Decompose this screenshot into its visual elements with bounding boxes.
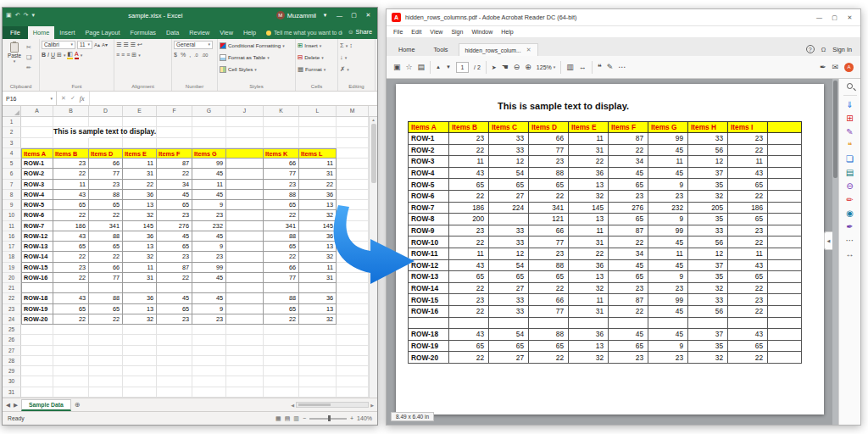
cell[interactable] (264, 366, 299, 376)
column-header-B[interactable]: B (53, 106, 89, 116)
fit-width-icon[interactable]: ↔ (579, 64, 587, 71)
close-button[interactable]: ✕ (363, 12, 374, 19)
cell[interactable]: Items A (21, 148, 53, 159)
cell[interactable]: Items F (157, 148, 192, 159)
copy-icon[interactable]: ❏ (26, 53, 31, 62)
cell[interactable]: 23 (89, 180, 123, 190)
cell[interactable]: Items D (89, 148, 123, 159)
cell[interactable]: 45 (192, 169, 226, 179)
cell[interactable]: 45 (157, 231, 192, 242)
redo-icon[interactable]: ↷ (24, 12, 29, 19)
cell[interactable]: 99 (192, 263, 226, 273)
cell[interactable]: 43 (53, 190, 89, 200)
insert-cells-button[interactable]: ⊞ Insert▾ (298, 40, 336, 51)
cell[interactable]: 88 (89, 231, 123, 242)
cell[interactable] (226, 293, 264, 303)
cell[interactable]: 99 (192, 159, 226, 169)
cell[interactable] (226, 335, 264, 345)
font-name-select[interactable]: Calibri▾ (42, 41, 75, 49)
cell[interactable]: 32 (123, 210, 157, 220)
bold-button[interactable]: B (42, 51, 46, 59)
ribbon-tab-view[interactable]: View (214, 26, 238, 39)
cell[interactable] (264, 335, 299, 345)
collapse-panel-button[interactable]: ◀ (824, 231, 832, 250)
cell[interactable]: 276 (157, 221, 192, 231)
cell[interactable] (299, 325, 337, 335)
cell[interactable]: 45 (192, 190, 226, 200)
cell[interactable]: 11 (192, 180, 226, 190)
column-header-J[interactable]: J (226, 106, 264, 116)
ribbon-display-options-icon[interactable]: ▾ (320, 12, 331, 19)
cell[interactable] (337, 190, 369, 200)
conditional-formatting-button[interactable]: Conditional Formatting▾ (220, 40, 293, 51)
cell[interactable] (337, 356, 369, 366)
cell[interactable]: ROW-14 (21, 252, 53, 262)
hscroll-thumb[interactable] (298, 403, 331, 406)
add-star-icon[interactable]: ☆ (406, 64, 413, 71)
hscroll-track[interactable] (296, 402, 369, 408)
cell[interactable] (53, 356, 89, 366)
sort-filter-icon[interactable]: ↕ (349, 42, 353, 49)
redact-icon[interactable]: ✏ (846, 196, 853, 204)
cell[interactable]: 9 (192, 242, 226, 252)
cell[interactable]: 66 (264, 263, 299, 273)
cell[interactable]: 11 (123, 263, 157, 273)
cell[interactable]: 65 (89, 304, 123, 314)
tab-home[interactable]: Home (390, 43, 423, 56)
cell[interactable]: 23 (192, 210, 226, 220)
cell[interactable]: 22 (89, 210, 123, 220)
cell[interactable]: 22 (299, 180, 337, 190)
cell[interactable] (337, 293, 369, 303)
cell[interactable]: 22 (264, 210, 299, 220)
cell[interactable] (299, 117, 337, 127)
cell[interactable] (89, 325, 123, 335)
cell[interactable]: 32 (299, 314, 337, 325)
cell[interactable] (21, 366, 53, 376)
scrollbar-thumb[interactable] (371, 124, 376, 183)
row-header-21[interactable]: 21 (3, 283, 21, 293)
document-tab[interactable]: hidden_rows_colum... ✕ (459, 43, 538, 56)
cell[interactable]: 22 (89, 314, 123, 325)
hscroll-right-icon[interactable]: ▶ (370, 403, 374, 408)
cell[interactable] (123, 387, 157, 398)
cell[interactable] (337, 387, 369, 398)
cell[interactable] (264, 283, 299, 293)
zoom-out-icon[interactable]: − (303, 415, 306, 421)
cell[interactable] (21, 346, 53, 356)
maximize-button[interactable]: ▢ (829, 14, 840, 21)
cell[interactable]: 11 (53, 180, 89, 190)
page-down-button[interactable]: ▼ (446, 64, 451, 70)
cell[interactable] (299, 138, 337, 148)
cell[interactable]: 22 (157, 273, 192, 283)
cell[interactable]: 23 (157, 210, 192, 220)
cell[interactable] (264, 325, 299, 335)
cell[interactable] (337, 138, 369, 148)
cell[interactable]: ROW-20 (21, 314, 53, 325)
align-left-icon[interactable]: ≡ (116, 51, 120, 59)
cell[interactable]: 23 (53, 263, 89, 273)
column-header-F[interactable]: F (157, 106, 192, 116)
cell[interactable] (21, 283, 53, 293)
cell[interactable] (299, 356, 337, 366)
cell[interactable]: 65 (89, 200, 123, 210)
increase-decimal-icon[interactable]: .0 (194, 51, 198, 59)
cell[interactable]: 145 (123, 221, 157, 231)
cell[interactable]: 186 (53, 221, 89, 231)
row-header-4[interactable]: 4 (3, 148, 21, 159)
cell[interactable]: 22 (53, 273, 89, 283)
cell[interactable] (123, 346, 157, 356)
cell[interactable] (21, 376, 53, 387)
cell[interactable] (21, 356, 53, 366)
zoom-level[interactable]: 140% (357, 415, 372, 421)
cell[interactable] (264, 387, 299, 398)
ribbon-tab-insert[interactable]: Insert (54, 26, 80, 39)
cell[interactable] (337, 148, 369, 159)
cell[interactable]: 66 (264, 159, 299, 169)
ribbon-tab-data[interactable]: Data (161, 26, 184, 39)
cell[interactable] (226, 200, 264, 210)
font-color-icon[interactable]: A (75, 51, 79, 59)
account-chip[interactable]: M Muzammil (276, 11, 316, 19)
cell[interactable]: 45 (192, 293, 226, 303)
export-pdf-icon[interactable]: ⇓ (846, 101, 853, 109)
cell[interactable]: Items B (53, 148, 89, 159)
